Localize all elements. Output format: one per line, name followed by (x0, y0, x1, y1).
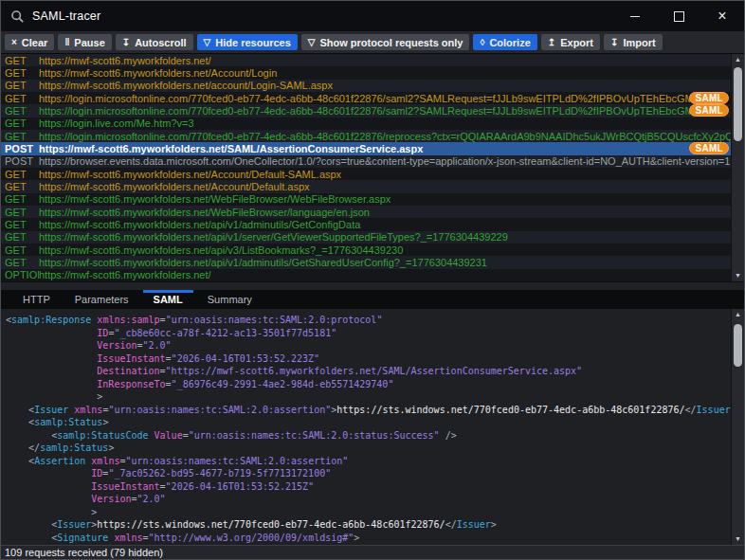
toolbar: ×Clear‖Pause↧Autoscroll▽Hide resources▽S… (1, 31, 744, 54)
scroll-thumb[interactable] (734, 67, 742, 141)
request-url: https://mwf-scott6.myworkfolders.net/api… (39, 244, 731, 256)
request-row[interactable]: GEThttps://login.microsoftonline.com/770… (1, 92, 731, 104)
status-text: 109 requests received (79 hidden) (5, 547, 163, 558)
close-button[interactable]: × (700, 1, 744, 31)
request-row[interactable]: GEThttps://mwf-scott6.myworkfolders.net/… (1, 231, 731, 244)
request-method: POST (5, 143, 39, 154)
window-controls: × (613, 1, 744, 31)
import-icon: ↧ (610, 38, 618, 47)
toolbar-button-pause[interactable]: ‖Pause (58, 34, 111, 50)
request-row[interactable]: GEThttps://mwf-scott6.myworkfolders.net/… (1, 244, 731, 256)
scroll-track (732, 320, 744, 533)
request-row[interactable]: GEThttps://mwf-scott6.myworkfolders.net/… (1, 256, 731, 268)
scroll-thumb[interactable] (734, 324, 742, 367)
toolbar-button-colorize[interactable]: ◊Colorize (473, 34, 536, 50)
toolbar-button-hide-resources[interactable]: ▽Hide resources (197, 34, 298, 50)
request-method: GET (5, 207, 39, 218)
close-icon: × (718, 11, 726, 21)
scroll-down-button[interactable]: ▼ (732, 270, 744, 281)
request-method: GET (5, 193, 39, 205)
xml-line: </samlp:Status> (6, 442, 731, 455)
xml-line: > (6, 390, 731, 404)
request-method: GET (5, 93, 39, 104)
horizontal-scrollbar[interactable] (1, 281, 744, 290)
toolbar-button-label: Export (560, 37, 593, 48)
request-row[interactable]: GEThttps://login.microsoftonline.com/770… (1, 104, 731, 117)
toolbar-button-label: Pause (74, 37, 104, 48)
toolbar-button-label: Show protocol requests only (319, 37, 463, 48)
request-method: GET (5, 131, 39, 142)
request-row[interactable]: GEThttps://mwf-scott6.myworkfolders.net/ (1, 54, 731, 66)
maximize-icon (674, 11, 684, 22)
toolbar-button-label: Clear (22, 37, 48, 48)
scroll-up-button[interactable]: ▲ (732, 54, 744, 65)
tab-saml[interactable]: SAML (141, 290, 195, 309)
toolbar-button-import[interactable]: ↧Import (604, 34, 663, 50)
hide-resources-icon: ▽ (204, 38, 211, 47)
tab-http[interactable]: HTTP (10, 290, 63, 309)
xml-line: ID="_cb8e60cc-a78f-4212-ac13-3501f77d518… (6, 327, 731, 340)
request-method: OPTIONS (5, 269, 39, 280)
scroll-up-button[interactable]: ▲ (732, 309, 744, 320)
request-row[interactable]: GEThttps://mwf-scott6.myworkfolders.net/… (1, 206, 731, 218)
request-row[interactable]: OPTIONShttps://mwf-scott6.myworkfolders.… (1, 269, 731, 281)
saml-badge: SAML (689, 104, 729, 117)
request-list-scrollbar[interactable]: ▲ ▼ (731, 54, 744, 281)
request-url: https://mwf-scott6.myworkfolders.net/ (39, 269, 731, 280)
xml-line: Destination="https://mwf-scott6.myworkfo… (6, 365, 731, 378)
toolbar-button-clear[interactable]: ×Clear (5, 34, 54, 50)
saml-xml-view: <samlp:Response xmlns:samlp="urn:oasis:n… (1, 309, 731, 545)
status-bar: 109 requests received (79 hidden) (1, 545, 744, 559)
xml-line: <SignedInfo> (6, 544, 731, 545)
toolbar-button-export[interactable]: ↥Export (541, 34, 600, 50)
xml-line: InResponseTo="_86976c49-2991-4ae2-984d-e… (6, 378, 731, 391)
minimize-button[interactable] (613, 1, 657, 31)
autoscroll-icon: ↧ (122, 38, 130, 47)
request-row[interactable]: POSThttps://mwf-scott6.myworkfolders.net… (1, 142, 731, 154)
request-url: https://mwf-scott6.myworkfolders.net/Web… (39, 207, 731, 218)
request-url: https://login.microsoftonline.com/770fce… (39, 131, 731, 142)
toolbar-button-label: Hide resources (215, 37, 290, 48)
request-url: https://browser.events.data.microsoft.co… (39, 155, 731, 167)
tab-summary[interactable]: Summary (195, 290, 264, 309)
tab-parameters[interactable]: Parameters (63, 290, 141, 309)
request-row[interactable]: GEThttps://mwf-scott6.myworkfolders.net/… (1, 193, 731, 206)
toolbar-button-label: Autoscroll (135, 37, 186, 48)
request-method: GET (5, 55, 39, 66)
colorize-icon: ◊ (480, 38, 484, 47)
toolbar-button-show-protocol-requests-only[interactable]: ▽Show protocol requests only (301, 34, 470, 50)
maximize-button[interactable] (657, 1, 700, 31)
xml-line: <Issuer>https://sts.windows.net/770fced0… (6, 518, 731, 532)
request-row[interactable]: GEThttps://login.live.com/Me.htm?v=3 (1, 117, 731, 130)
scroll-down-button[interactable]: ▼ (732, 533, 744, 545)
request-url: https://mwf-scott6.myworkfolders.net/Acc… (39, 67, 731, 79)
export-icon: ↥ (548, 38, 555, 47)
tab-bar: HTTPParametersSAMLSummary (1, 290, 744, 309)
request-method: GET (5, 231, 39, 243)
xml-line: IssueInstant="2026-04-16T01:53:52.223Z" (6, 352, 731, 366)
app-magnifier-icon (10, 9, 25, 24)
request-url: https://mwf-scott6.myworkfolders.net/api… (39, 257, 731, 268)
request-method: GET (5, 244, 39, 256)
request-url: https://mwf-scott6.myworkfolders.net/Web… (39, 193, 731, 205)
request-method: GET (5, 105, 39, 117)
toolbar-button-autoscroll[interactable]: ↧Autoscroll (116, 34, 193, 50)
saml-panel-scrollbar[interactable]: ▲ ▼ (731, 309, 744, 545)
request-row[interactable]: GEThttps://mwf-scott6.myworkfolders.net/… (1, 180, 731, 192)
xml-line: <samlp:StatusCode Value="urn:oasis:names… (6, 429, 731, 443)
xml-line: Version="2.0" (6, 493, 731, 506)
request-url: https://mwf-scott6.myworkfolders.net/api… (39, 219, 731, 230)
request-row[interactable]: GEThttps://mwf-scott6.myworkfolders.net/… (1, 66, 731, 79)
xml-line: <samlp:Response xmlns:samlp="urn:oasis:n… (6, 314, 731, 327)
xml-line: <samlp:Status> (6, 416, 731, 429)
xml-line: <Signature xmlns="http://www.w3.org/2000… (6, 532, 731, 545)
request-row[interactable]: GEThttps://mwf-scott6.myworkfolders.net/… (1, 218, 731, 230)
request-method: GET (5, 219, 39, 230)
window-title: SAML-tracer (32, 9, 100, 23)
toolbar-button-label: Import (623, 37, 655, 48)
request-row[interactable]: GEThttps://login.microsoftonline.com/770… (1, 130, 731, 142)
request-row[interactable]: GEThttps://mwf-scott6.myworkfolders.net/… (1, 80, 731, 92)
request-row[interactable]: POSThttps://browser.events.data.microsof… (1, 155, 731, 168)
request-url: https://mwf-scott6.myworkfolders.net/Acc… (39, 169, 731, 180)
request-row[interactable]: GEThttps://mwf-scott6.myworkfolders.net/… (1, 168, 731, 180)
